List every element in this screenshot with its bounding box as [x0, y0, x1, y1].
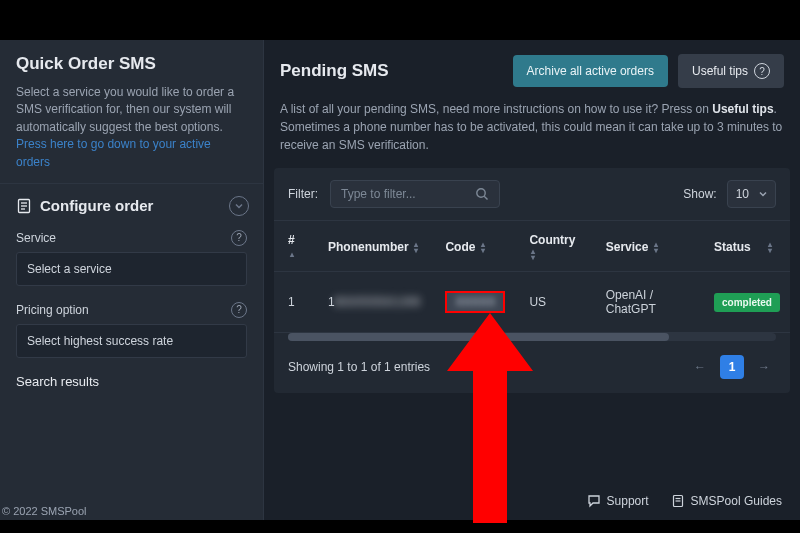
sort-icon: ▴▾	[768, 242, 772, 254]
pagination: ← 1 →	[688, 355, 776, 379]
chat-icon	[587, 494, 601, 508]
sms-table: # ▴ Phonenumber ▴▾ Code ▴▾ Country ▴▾ Se…	[274, 221, 790, 333]
status-badge: completed	[714, 293, 780, 312]
configure-order-title: Configure order	[40, 197, 153, 214]
cell-code: XXXXX	[431, 272, 515, 333]
scrollbar-thumb[interactable]	[288, 333, 669, 341]
sort-asc-icon: ▴	[290, 252, 294, 258]
cell-service: OpenAI / ChatGPT	[592, 272, 700, 333]
col-status[interactable]: Status ▴▾	[700, 221, 790, 272]
sort-icon: ▴▾	[531, 249, 535, 261]
page-prev-button[interactable]: ←	[688, 355, 712, 379]
page-next-button[interactable]: →	[752, 355, 776, 379]
col-index[interactable]: # ▴	[274, 221, 314, 272]
page-1-button[interactable]: 1	[720, 355, 744, 379]
quick-order-title: Quick Order SMS	[16, 54, 247, 74]
page-title: Pending SMS	[280, 61, 503, 81]
cell-index: 1	[274, 272, 314, 333]
archive-orders-button[interactable]: Archive all active orders	[513, 55, 668, 87]
col-code[interactable]: Code ▴▾	[431, 221, 515, 272]
entries-info: Showing 1 to 1 of 1 entries	[288, 360, 430, 374]
filter-input-wrap[interactable]	[330, 180, 500, 208]
pricing-label: Pricing option	[16, 303, 89, 317]
go-to-orders-link[interactable]: Press here to go down to your active ord…	[16, 137, 211, 168]
chevron-down-icon	[759, 190, 767, 198]
copyright: © 2022 SMSPool	[2, 505, 87, 517]
sms-table-panel: Filter: Show: 10	[274, 168, 790, 393]
cell-phone: 18005550199	[314, 272, 431, 333]
sort-icon: ▴▾	[654, 242, 658, 254]
service-label: Service	[16, 231, 56, 245]
show-select[interactable]: 10	[727, 180, 776, 208]
main-content: Pending SMS Archive all active orders Us…	[264, 40, 800, 520]
document-icon	[671, 494, 685, 508]
page-description: A list of all your pending SMS, need mor…	[264, 100, 800, 168]
show-label: Show:	[683, 187, 716, 201]
useful-tips-button[interactable]: Useful tips ?	[678, 54, 784, 88]
search-icon	[475, 187, 489, 201]
sidebar: Quick Order SMS Select a service you wou…	[0, 40, 264, 520]
help-icon[interactable]: ?	[231, 302, 247, 318]
filter-label: Filter:	[288, 187, 318, 201]
sort-icon: ▴▾	[481, 242, 485, 254]
document-icon	[16, 198, 32, 214]
filter-input[interactable]	[341, 187, 467, 201]
svg-line-5	[484, 196, 487, 199]
cell-country: US	[515, 272, 591, 333]
col-phone[interactable]: Phonenumber ▴▾	[314, 221, 431, 272]
search-results-label: Search results	[0, 362, 263, 401]
pricing-select[interactable]: Select highest success rate	[16, 324, 247, 358]
table-row[interactable]: 1 18005550199 XXXXX US OpenAI / ChatGPT …	[274, 272, 790, 333]
help-icon: ?	[754, 63, 770, 79]
sort-icon: ▴▾	[414, 242, 418, 254]
service-select[interactable]: Select a service	[16, 252, 247, 286]
col-country[interactable]: Country ▴▾	[515, 221, 591, 272]
horizontal-scrollbar[interactable]	[288, 333, 776, 341]
col-service[interactable]: Service ▴▾	[592, 221, 700, 272]
svg-point-4	[477, 189, 485, 197]
cell-status: completed	[700, 272, 790, 333]
quick-order-desc: Select a service you would like to order…	[16, 84, 247, 171]
collapse-icon[interactable]	[229, 196, 249, 216]
support-link[interactable]: Support	[587, 494, 649, 508]
guides-link[interactable]: SMSPool Guides	[671, 494, 782, 508]
help-icon[interactable]: ?	[231, 230, 247, 246]
